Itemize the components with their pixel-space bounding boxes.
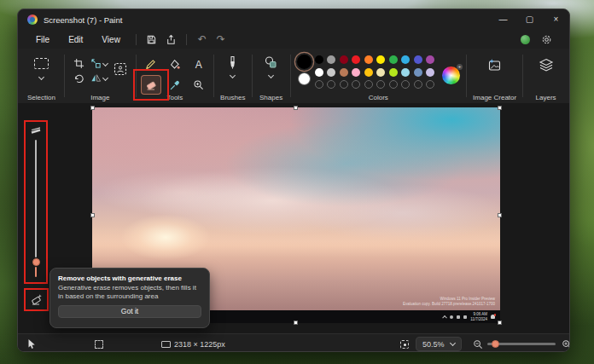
windows-watermark: Windows 11 Pro Insider Preview Evaluatio…: [403, 297, 495, 307]
empty-color-slot[interactable]: [364, 80, 373, 89]
divider: [186, 34, 187, 45]
crop-icon[interactable]: [73, 58, 84, 69]
empty-color-slot[interactable]: [401, 80, 410, 89]
resize-handle[interactable]: [294, 106, 298, 110]
resize-handle[interactable]: [498, 213, 502, 217]
settings-gear-icon[interactable]: [541, 34, 552, 45]
edit-colors-button[interactable]: +: [442, 66, 460, 84]
chevron-down-icon[interactable]: [268, 72, 274, 78]
pencil-icon: [145, 59, 156, 70]
foreground-color-swatch[interactable]: [297, 55, 312, 69]
palette-color-swatch[interactable]: [376, 55, 385, 64]
empty-color-slot[interactable]: [389, 80, 398, 89]
empty-color-slot[interactable]: [352, 80, 360, 89]
palette-color-swatch[interactable]: [389, 68, 398, 77]
divider: [136, 34, 137, 45]
palette-color-swatch[interactable]: [401, 68, 410, 77]
canvas-size-value: 2318 × 1225px: [174, 340, 225, 349]
resize-handle[interactable]: [498, 106, 502, 110]
fill-tool[interactable]: [165, 55, 185, 74]
plus-icon: +: [457, 64, 463, 70]
palette-color-swatch[interactable]: [364, 55, 373, 64]
redo-button[interactable]: ↷: [212, 32, 230, 47]
zoom-slider-thumb[interactable]: [492, 340, 499, 348]
palette-color-swatch[interactable]: [327, 55, 335, 64]
brush-icon[interactable]: [226, 55, 239, 70]
palette-color-swatch[interactable]: [364, 68, 373, 77]
text-tool[interactable]: A: [189, 55, 209, 74]
image-creator-icon[interactable]: [487, 58, 502, 72]
minimize-button[interactable]: —: [490, 9, 516, 30]
empty-color-slot[interactable]: [340, 80, 348, 89]
remove-background-icon[interactable]: [114, 62, 127, 76]
eraser-tool[interactable]: [141, 75, 161, 95]
menu-edit[interactable]: Edit: [59, 33, 92, 46]
got-it-button[interactable]: Got it: [58, 305, 201, 318]
zoom-in-icon[interactable]: [562, 339, 570, 350]
resize-icon: [90, 58, 102, 69]
undo-button[interactable]: ↶: [193, 32, 212, 47]
magnifier-tool[interactable]: [189, 75, 209, 95]
selection-tool-icon[interactable]: [34, 58, 49, 69]
palette-color-swatch[interactable]: [315, 68, 323, 77]
selection-group-label: Selection: [20, 94, 63, 101]
palette-color-swatch[interactable]: [315, 55, 323, 64]
palette-color-swatch[interactable]: [426, 68, 434, 77]
chevron-down-icon[interactable]: [230, 72, 236, 78]
image-creator-group-label: Image Creator: [468, 94, 521, 101]
color-picker-tool[interactable]: [165, 75, 185, 95]
resize-handle[interactable]: [90, 106, 95, 110]
flip-button[interactable]: [90, 72, 108, 84]
size-slider-fill[interactable]: [35, 267, 38, 277]
maximize-button[interactable]: ▢: [516, 9, 543, 30]
empty-color-slot[interactable]: [426, 80, 434, 89]
layers-icon[interactable]: [539, 58, 554, 72]
close-button[interactable]: ×: [543, 9, 569, 30]
brushes-group: Brushes: [215, 49, 251, 103]
palette-color-swatch[interactable]: [401, 55, 410, 64]
background-color-swatch[interactable]: [298, 72, 311, 85]
empty-color-slot[interactable]: [327, 80, 335, 89]
empty-color-slot[interactable]: [414, 80, 422, 89]
fit-to-screen-icon[interactable]: [400, 340, 409, 349]
palette-color-swatch[interactable]: [327, 68, 335, 77]
shapes-group: Shapes: [253, 49, 289, 103]
zoom-level-dropdown[interactable]: 50.5%: [416, 337, 462, 351]
size-slider-thumb[interactable]: [32, 258, 40, 266]
copilot-icon[interactable]: [521, 35, 530, 44]
zoom-slider[interactable]: [487, 343, 556, 345]
palette-color-swatch[interactable]: [340, 68, 348, 77]
share-icon: [165, 34, 176, 45]
palette-color-swatch[interactable]: [340, 55, 348, 64]
save-button[interactable]: [143, 32, 161, 47]
resize-handle[interactable]: [294, 321, 298, 325]
palette-color-swatch[interactable]: [414, 55, 422, 64]
chevron-down-icon[interactable]: [38, 74, 44, 80]
resize-handle[interactable]: [90, 213, 95, 217]
menu-view[interactable]: View: [92, 33, 130, 46]
zoom-out-icon[interactable]: [473, 339, 483, 350]
palette-color-swatch[interactable]: [352, 68, 360, 77]
layers-group: Layers: [524, 49, 568, 103]
palette-color-swatch[interactable]: [389, 55, 398, 64]
magnifier-icon: [193, 79, 204, 90]
palette-color-swatch[interactable]: [426, 55, 434, 64]
palette-color-swatch[interactable]: [376, 68, 385, 77]
share-button[interactable]: [161, 32, 180, 47]
resize-button[interactable]: [90, 58, 108, 69]
resize-handle[interactable]: [498, 321, 502, 325]
empty-color-slot[interactable]: [376, 80, 385, 89]
tray-network-icon: [457, 315, 460, 319]
menu-file[interactable]: File: [26, 33, 59, 46]
colors-group-label: Colors: [292, 94, 466, 101]
palette-color-swatch[interactable]: [414, 68, 422, 77]
size-slider-track[interactable]: [35, 140, 38, 257]
shapes-icon[interactable]: [264, 55, 278, 70]
rotate-icon[interactable]: [73, 72, 84, 84]
pencil-tool[interactable]: [141, 55, 161, 74]
generative-erase-icon[interactable]: [30, 293, 43, 306]
tooltip-title: Remove objects with generative erase: [58, 274, 201, 282]
palette-color-swatch[interactable]: [352, 55, 360, 64]
empty-color-slot[interactable]: [315, 80, 323, 89]
image-group: Image: [66, 49, 135, 103]
